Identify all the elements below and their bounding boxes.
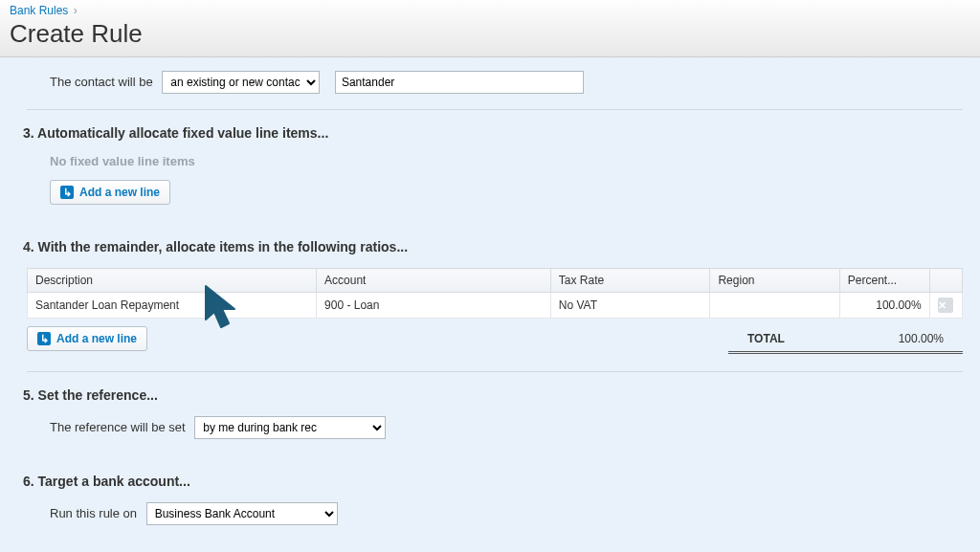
contact-name-input[interactable] [335,71,584,94]
allocation-table: Description Account Tax Rate Region Perc… [27,268,963,319]
reference-select[interactable]: by me during bank rec [194,416,386,439]
reference-label: The reference will be set [50,420,186,434]
contact-label: The contact will be [50,75,153,89]
col-account: Account [317,269,551,293]
cell-description[interactable]: Santander Loan Repayment [28,293,317,319]
section4-heading: 4. With the remainder, allocate items in… [23,239,963,254]
col-description: Description [28,269,317,293]
add-fixed-line-button[interactable]: ↳ Add a new line [50,180,170,205]
table-row[interactable]: Santander Loan Repayment 900 - Loan No V… [28,293,963,319]
section3-heading: 3. Automatically allocate fixed value li… [23,125,963,141]
bank-account-select[interactable]: Business Bank Account [146,502,338,525]
cell-region[interactable] [710,293,839,319]
breadcrumb-sep: › [74,4,78,17]
cell-account[interactable]: 900 - Loan [317,293,551,319]
col-region: Region [710,269,839,293]
cell-percent[interactable]: 100.00% [839,293,929,319]
close-icon: ✕ [938,298,953,313]
total-value: 100.00% [880,326,963,351]
add-ratio-line-button[interactable]: ↳ Add a new line [27,326,147,351]
total-row: TOTAL 100.00% [728,326,963,354]
col-tax: Tax Rate [550,269,710,293]
breadcrumb-parent-link[interactable]: Bank Rules [10,4,68,17]
no-fixed-items-msg: No fixed value line items [50,154,963,168]
contact-mode-select[interactable]: an existing or new contact [162,71,320,94]
section6-heading: 6. Target a bank account... [23,474,963,489]
add-icon: ↳ [37,332,51,345]
page-title: Create Rule [10,19,970,49]
add-icon: ↳ [60,186,74,199]
add-ratio-line-label: Add a new line [56,332,137,345]
col-delete [929,269,962,293]
target-label: Run this rule on [50,506,137,520]
breadcrumb: Bank Rules › [10,4,970,17]
total-label: TOTAL [728,326,804,351]
col-percent: Percent... [839,269,929,293]
cell-tax[interactable]: No VAT [550,293,710,319]
add-fixed-line-label: Add a new line [79,186,160,199]
delete-row-button[interactable]: ✕ [929,293,962,319]
section5-heading: 5. Set the reference... [23,387,963,403]
